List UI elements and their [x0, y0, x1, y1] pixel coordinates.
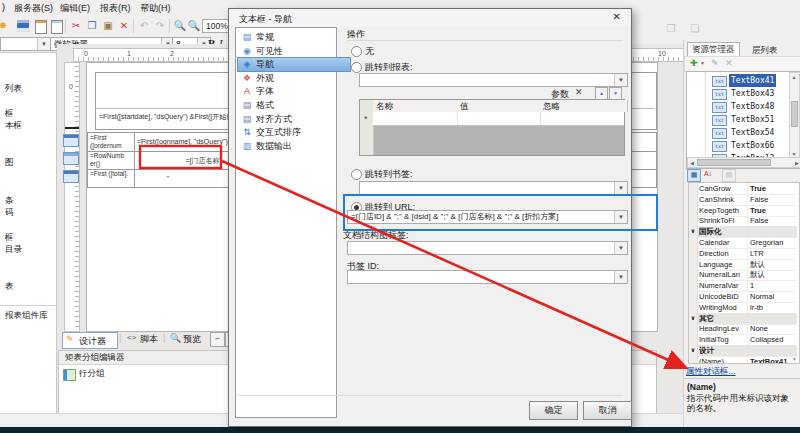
toggle-grid-button[interactable]: ⌐: [210, 332, 225, 347]
close-icon[interactable]: ✕: [613, 11, 621, 22]
toolbox-item[interactable]: 框: [5, 231, 14, 243]
ok-button[interactable]: 确定: [529, 401, 578, 420]
doc-map-combo[interactable]: ▼: [347, 241, 628, 255]
tree-item-TextBox43[interactable]: txtTextBox43: [688, 87, 788, 100]
sort-az-icon[interactable]: A↓: [702, 169, 714, 180]
property-value[interactable]: True: [747, 205, 789, 216]
property-value[interactable]: Collapsed: [747, 334, 789, 345]
property-value[interactable]: Gregorian: [747, 237, 789, 248]
toolbox-item[interactable]: 目录: [5, 243, 22, 255]
cut-button[interactable]: ✂: [69, 19, 83, 33]
table-cell[interactable]: =First ([ordernum: [90, 134, 133, 150]
copy-button[interactable]: ❐: [85, 19, 99, 33]
tab-preview[interactable]: 预览: [183, 333, 201, 346]
property-value[interactable]: None: [747, 323, 789, 334]
categorize-icon[interactable]: ▦: [687, 169, 701, 182]
toolbox-item[interactable]: 图: [5, 156, 14, 168]
row-handle-icon[interactable]: [63, 152, 79, 165]
tree-hscrollbar[interactable]: ◀ ▶: [687, 157, 800, 168]
radio-jump-bookmark[interactable]: [351, 169, 362, 180]
dialog-nav-item-字体[interactable]: A字体: [238, 85, 350, 98]
grid-scroll-down-icon[interactable]: ▼: [791, 356, 798, 362]
tree-item-TextBox51[interactable]: txtTextBox51: [688, 113, 788, 126]
tree-item-TextBox54[interactable]: txtTextBox54: [688, 126, 788, 139]
paste-button[interactable]: ▣: [101, 19, 115, 33]
tree-vscrollbar[interactable]: ▲ ▼: [789, 72, 800, 159]
dialog-nav-item-外观[interactable]: ❖外观: [238, 72, 350, 85]
menu-item[interactable]: 帮助(H): [140, 2, 171, 15]
toolbox-item[interactable]: 表: [5, 280, 14, 292]
property-pages-icon[interactable]: ▤: [722, 169, 736, 182]
row-handle-icon[interactable]: [63, 170, 79, 183]
undo-button[interactable]: ↶: [137, 19, 151, 33]
tree-item-TextBox41[interactable]: txtTextBox41: [688, 74, 788, 87]
report-combo[interactable]: ▼: [359, 73, 628, 87]
add-icon[interactable]: ✚: [690, 58, 698, 68]
dialog-nav-item-格式[interactable]: ▤格式: [238, 99, 350, 112]
param-new-row[interactable]: [373, 112, 624, 126]
property-value[interactable]: 1: [747, 280, 789, 291]
tree-item-TextBox66[interactable]: txtTextBox66: [688, 139, 788, 152]
property-value[interactable]: 默认: [747, 259, 789, 270]
zoom-in-icon[interactable]: 🔍: [187, 19, 201, 33]
property-value[interactable]: Normal: [747, 291, 789, 302]
layers-icon[interactable]: ❐: [664, 22, 678, 36]
style-combo[interactable]: ▼: [0, 37, 51, 51]
dialog-nav-item-常规[interactable]: ▤常规: [238, 31, 350, 44]
tab-resource-manager[interactable]: 资源管理器: [687, 42, 740, 57]
new-page2-button[interactable]: [49, 19, 63, 33]
toolbox-item[interactable]: 条: [5, 194, 14, 206]
collapse-icon[interactable]: ∨: [689, 345, 698, 356]
redo-button[interactable]: ↷: [153, 19, 167, 33]
collapse-icon[interactable]: ∨: [689, 313, 698, 324]
dialog-nav-item-导航[interactable]: ◈导航: [238, 58, 350, 71]
property-value[interactable]: False: [747, 194, 789, 205]
property-dialog-link[interactable]: 属性对话框...: [686, 366, 736, 378]
dialog-titlebar[interactable]: 文本框 - 导航 ✕: [229, 9, 631, 27]
edit-pencil-icon[interactable]: ✎: [711, 58, 719, 68]
dialog-nav-item-可见性[interactable]: ◉可见性: [238, 45, 350, 58]
property-value[interactable]: 默认: [747, 269, 789, 280]
menu-item[interactable]: 编辑(E): [60, 2, 90, 15]
param-col-header[interactable]: 值: [457, 100, 544, 112]
tab-designer[interactable]: ✎ 设计器: [62, 332, 118, 349]
dialog-nav-item-对齐方式[interactable]: ▤对齐方式: [238, 113, 350, 126]
delete-x-icon[interactable]: ✕: [725, 58, 733, 68]
zoom-out-icon[interactable]: 🔍: [173, 19, 187, 33]
table-cell[interactable]: ": [158, 175, 178, 185]
toolbox-footer-report-library[interactable]: 报表组件库: [5, 309, 48, 321]
group-icon[interactable]: ❏: [688, 22, 702, 36]
app-icon[interactable]: ✸: [0, 19, 10, 33]
toolbox-item[interactable]: 码: [5, 206, 14, 218]
dialog-nav-item-数据输出[interactable]: ▥数据输出: [238, 140, 350, 153]
bookmark-combo[interactable]: ▼: [359, 181, 628, 195]
property-value[interactable]: True: [747, 183, 789, 194]
property-value[interactable]: False: [747, 215, 789, 226]
toolbox-item[interactable]: 框: [5, 107, 14, 119]
property-row[interactable]: (Name)TextBox41: [689, 356, 797, 364]
toolbox-item[interactable]: 列表: [5, 82, 22, 94]
property-value[interactable]: lr-tb: [747, 302, 789, 313]
table-cell[interactable]: =First ([total].: [90, 170, 133, 186]
tree-item-TextBox48[interactable]: txtTextBox48: [688, 100, 788, 113]
dialog-nav-item-交互式排序[interactable]: ⇅交互式排序: [238, 126, 350, 139]
bookmark-id-combo[interactable]: ▼: [347, 270, 628, 284]
tab-layer-list[interactable]: 层列表: [748, 44, 782, 56]
row-handle-icon[interactable]: [63, 134, 79, 147]
cancel-button[interactable]: 取消: [583, 401, 632, 420]
save-button[interactable]: [16, 19, 30, 33]
table-cell[interactable]: =RowNumb er(): [90, 152, 133, 168]
radio-jump-report[interactable]: [351, 62, 362, 73]
tab-script[interactable]: 脚本: [140, 333, 158, 346]
menu-item[interactable]: 报表(R): [100, 2, 131, 15]
param-col-header[interactable]: 忽略: [540, 100, 628, 112]
menu-item[interactable]: 服务器(S): [14, 2, 53, 15]
menu-item[interactable]: ): [2, 2, 5, 12]
params-delete-icon[interactable]: ✕: [575, 87, 583, 97]
param-col-header[interactable]: 名称: [373, 100, 461, 112]
toolbox-item[interactable]: 本框: [5, 119, 22, 131]
new-page-button[interactable]: [33, 19, 47, 33]
delete-button[interactable]: ✕: [117, 19, 131, 33]
collapse-icon[interactable]: ∨: [689, 226, 698, 237]
property-value[interactable]: LTR: [747, 248, 789, 259]
